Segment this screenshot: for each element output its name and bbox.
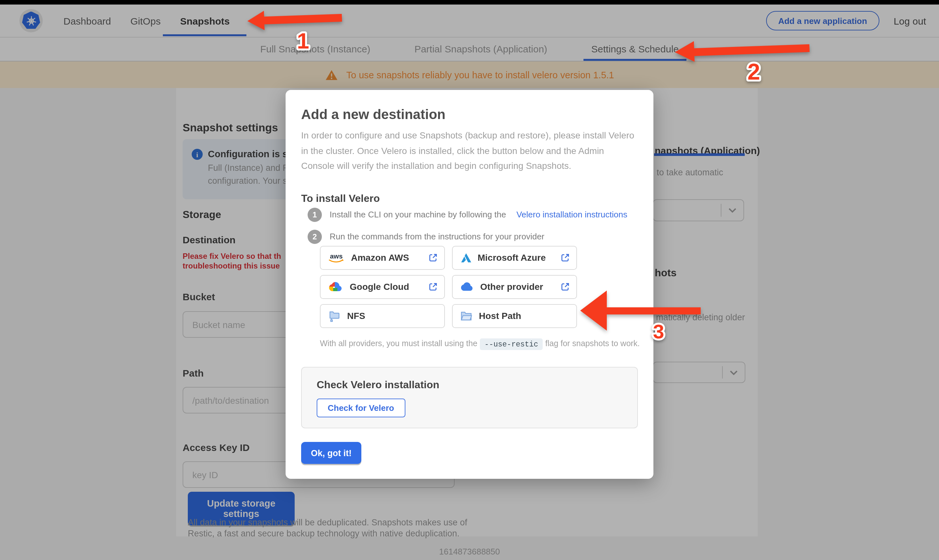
annotation-number-2: 2: [740, 54, 768, 87]
restic-note-prefix: With all providers, you must install usi…: [320, 339, 477, 348]
modal-body-text: In order to configure and use Snapshots …: [301, 128, 638, 174]
external-link-icon: [428, 253, 438, 263]
provider-host-path[interactable]: Host Path: [452, 304, 577, 328]
cloud-icon: [459, 282, 474, 292]
arrow-tail: [606, 307, 701, 314]
svg-text:aws: aws: [330, 253, 342, 260]
arrow-head: [674, 41, 695, 62]
provider-amazon-aws[interactable]: aws Amazon AWS: [320, 246, 445, 270]
install-velero-heading: To install Velero: [301, 192, 638, 204]
check-for-velero-button[interactable]: Check for Velero: [317, 398, 405, 417]
external-link-icon: [428, 282, 438, 292]
provider-microsoft-azure[interactable]: Microsoft Azure: [452, 246, 577, 270]
step-2-badge: 2: [308, 229, 322, 244]
install-step-2: 2 Run the commands from the instructions…: [308, 229, 638, 244]
provider-label: Other provider: [480, 282, 543, 292]
install-step-1: 1 Install the CLI on your machine by fol…: [308, 208, 638, 222]
provider-google-cloud[interactable]: Google Cloud: [320, 275, 445, 299]
step-1-badge: 1: [308, 208, 322, 222]
admin-console-page: Dashboard GitOps Snapshots Add a new app…: [0, 0, 939, 560]
step-1-text: Install the CLI on your machine by follo…: [330, 210, 506, 219]
arrow-tail: [693, 44, 810, 56]
external-link-icon: [560, 282, 569, 292]
step-2-text: Run the commands from the instructions f…: [330, 232, 544, 242]
modal-title: Add a new destination: [301, 107, 638, 122]
annotation-number-1: 1: [289, 25, 317, 55]
ok-got-it-button[interactable]: Ok, got it!: [301, 442, 361, 464]
annotation-arrow-3: [580, 291, 701, 331]
arrow-head: [247, 11, 265, 31]
external-link-icon: [560, 253, 569, 263]
provider-other[interactable]: Other provider: [452, 275, 577, 299]
provider-label: Amazon AWS: [351, 253, 409, 263]
provider-label: Google Cloud: [350, 282, 409, 292]
folder-icon: [459, 310, 472, 322]
provider-nfs[interactable]: NFS: [320, 304, 445, 328]
azure-icon: [459, 253, 471, 263]
velero-instructions-link[interactable]: Velero installation instructions: [517, 210, 628, 219]
restic-note-suffix: flag for snapshots to work.: [545, 339, 640, 348]
restic-note: With all providers, you must install usi…: [320, 339, 638, 348]
check-velero-section: Check Velero installation Check for Vele…: [301, 367, 638, 428]
provider-label: NFS: [347, 311, 365, 321]
provider-label: Microsoft Azure: [478, 253, 546, 263]
google-cloud-icon: [328, 281, 343, 293]
svg-text:2: 2: [748, 59, 760, 85]
nfs-network-folder-icon: [328, 309, 341, 323]
add-destination-modal: Add a new destination In order to config…: [285, 90, 654, 479]
arrow-tail: [263, 14, 342, 25]
aws-icon: aws: [328, 251, 344, 264]
svg-text:1: 1: [297, 28, 309, 53]
use-restic-flag-chip: --use-restic: [480, 338, 543, 350]
svg-text:3: 3: [653, 320, 664, 343]
provider-label: Host Path: [479, 311, 521, 321]
arrow-head: [580, 291, 607, 331]
annotation-number-3: 3: [645, 316, 673, 346]
check-velero-heading: Check Velero installation: [317, 379, 622, 391]
